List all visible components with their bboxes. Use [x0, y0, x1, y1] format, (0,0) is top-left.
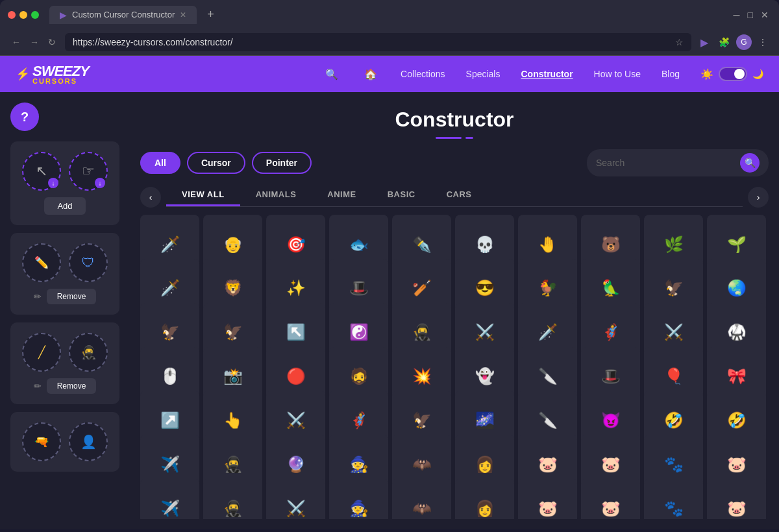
cursor-emoji: 🐷 — [538, 501, 558, 516]
filter-pointer-button[interactable]: Pointer — [252, 152, 312, 174]
cursor-emoji: 🤣 — [664, 413, 684, 428]
window-minimize-button[interactable]: ─ — [731, 7, 743, 23]
edit-icon-3[interactable]: ✏ — [34, 381, 42, 391]
cursor-emoji: 🐷 — [538, 457, 558, 472]
cursor-slot-3b[interactable]: 🥷 — [69, 333, 108, 372]
cursor-cell[interactable]: 👩 — [455, 479, 514, 519]
refresh-button[interactable]: ↻ — [44, 34, 60, 50]
logo[interactable]: ⚡ SWEEZY CURSORS — [16, 63, 89, 85]
toggle-knob — [734, 69, 745, 79]
cursor-emoji: 🧙 — [349, 501, 369, 516]
nav-how-to-use[interactable]: How to Use — [594, 69, 641, 79]
maximize-button[interactable] — [31, 11, 39, 19]
cursor-cell[interactable]: 🐷 — [707, 479, 766, 519]
search-nav-icon[interactable]: 🔍 — [323, 66, 341, 83]
cursor-set-2: ✏️ 🛡 ✏ Remove — [10, 233, 119, 315]
remove-button-2[interactable]: Remove — [47, 289, 97, 304]
new-tab-button[interactable]: + — [202, 5, 219, 24]
add-button-1[interactable]: Add — [44, 197, 85, 215]
home-nav-icon[interactable]: 🏠 — [362, 66, 380, 83]
back-button[interactable]: ← — [8, 34, 25, 50]
cat-tab-viewall[interactable]: VIEW ALL — [166, 184, 240, 206]
cursor-slot-2b[interactable]: 🛡 — [69, 243, 108, 282]
tab-title: Custom Cursor Constructor — [72, 10, 175, 19]
cursor-set-3: ╱ 🥷 ✏ Remove — [10, 322, 119, 404]
page-title: Constructor — [140, 108, 769, 132]
edit-icon-2[interactable]: ✏ — [34, 291, 42, 302]
cursor-cell[interactable]: 🥷 — [203, 479, 262, 519]
nav-constructor[interactable]: Constructor — [521, 69, 573, 79]
main-content: Constructor All Cursor Pointer 🔍 ‹ — [130, 92, 779, 529]
cursor-cell[interactable]: 🐷 — [518, 479, 577, 519]
cursor-slot-3a[interactable]: ╱ — [22, 333, 61, 372]
cursor-emoji: ✈️ — [160, 457, 180, 472]
tabs-wrapper: ‹ VIEW ALL ANIMALS ANIME BASIC CARS › — [140, 184, 769, 215]
cursor-emoji: 🗡️ — [160, 280, 180, 296]
cursor-set-tools-2: ✏ Remove — [34, 289, 97, 304]
cursor-emoji: 🐷 — [601, 501, 621, 516]
cursor-cell[interactable]: 🧙 — [329, 479, 388, 519]
minimize-button[interactable] — [19, 11, 27, 19]
tab-close-icon[interactable]: ✕ — [180, 10, 186, 19]
cursor-slot-2a[interactable]: ✏️ — [22, 243, 61, 282]
cursor-grid: 🗡️ 👴 🎯 🐟 ✒️ 💀 🤚 🐻 🌿 🌱 🗡️ 🦁 ✨ 🎩 🏏 😎 🐓 🦜 — [140, 215, 769, 519]
cat-tab-basic[interactable]: BASIC — [372, 184, 431, 206]
cursor-emoji: 🦅 — [412, 413, 432, 428]
cursor-slot-4b[interactable]: 👤 — [69, 422, 108, 461]
cursor-icon-3a: ╱ — [38, 345, 45, 359]
nav-blog[interactable]: Blog — [662, 69, 680, 79]
cursor-emoji: 🥷 — [412, 324, 432, 340]
nav-links: 🔍 🏠 Collections Specials Constructor How… — [323, 66, 763, 83]
profile-button[interactable]: G — [736, 34, 752, 50]
cursor-emoji: ✒️ — [412, 237, 432, 252]
star-icon[interactable]: ☆ — [675, 37, 684, 47]
cursor-slot-1a[interactable]: ↖ ↓ — [22, 152, 61, 191]
search-input[interactable] — [596, 158, 735, 168]
remove-button-3[interactable]: Remove — [47, 378, 97, 394]
cursor-cell[interactable]: 🐾 — [644, 479, 703, 519]
cat-tabs: VIEW ALL ANIMALS ANIME BASIC CARS — [166, 184, 743, 207]
cursor-emoji: 🤣 — [727, 413, 747, 428]
cursor-emoji: 🦅 — [223, 324, 243, 340]
cat-tab-anime[interactable]: ANIME — [312, 184, 371, 206]
theme-switch[interactable] — [719, 67, 747, 81]
cursor-emoji: 🦜 — [601, 280, 621, 296]
cursor-cell[interactable]: 🦇 — [392, 479, 451, 519]
close-button[interactable] — [8, 11, 16, 19]
forward-button[interactable]: → — [26, 34, 43, 50]
cursor-slots-1: ↖ ↓ ☞ ↓ — [22, 152, 108, 191]
browser-tab[interactable]: ▶ Custom Cursor Constructor ✕ — [49, 6, 197, 24]
cursor-set-4: 🔫 👤 — [10, 412, 119, 472]
cursor-slot-1b[interactable]: ☞ ↓ — [69, 152, 108, 191]
filter-cursor-button[interactable]: Cursor — [187, 152, 245, 174]
help-button[interactable]: ? — [10, 103, 39, 131]
search-submit-button[interactable]: 🔍 — [740, 153, 760, 173]
filter-all-button[interactable]: All — [140, 152, 180, 174]
menu-button[interactable]: ⋮ — [754, 35, 771, 49]
edge-logo-button[interactable]: ▶ — [697, 34, 712, 51]
cursor-slot-4a[interactable]: 🔫 — [22, 422, 61, 461]
cursor-cell[interactable]: ⚔️ — [266, 479, 325, 519]
window-close-button[interactable]: ✕ — [758, 7, 771, 23]
cursor-emoji: 🌌 — [475, 413, 495, 428]
filter-bar: All Cursor Pointer 🔍 — [140, 149, 769, 176]
cursor-emoji: 🤚 — [538, 237, 558, 252]
cursor-icon-2b: 🛡 — [82, 256, 95, 271]
cursor-emoji: 🎀 — [727, 369, 747, 384]
nav-collections[interactable]: Collections — [401, 69, 445, 79]
extensions-button[interactable]: 🧩 — [715, 35, 734, 49]
cat-prev-button[interactable]: ‹ — [140, 187, 161, 208]
page-header: Constructor — [140, 92, 769, 149]
cursor-emoji: 👴 — [223, 237, 243, 252]
theme-toggle[interactable]: ☀️ 🌙 — [700, 67, 763, 81]
cursor-cell[interactable]: 🐷 — [581, 479, 640, 519]
cat-next-button[interactable]: › — [748, 187, 769, 208]
nav-specials[interactable]: Specials — [466, 69, 501, 79]
cat-tab-cars[interactable]: CARS — [431, 184, 488, 206]
cursor-emoji: 🌿 — [664, 237, 684, 252]
cursor-cell[interactable]: ✈️ — [140, 479, 199, 519]
window-maximize-button[interactable]: □ — [745, 7, 756, 23]
address-input[interactable] — [73, 37, 675, 47]
cursor-emoji: 🗡️ — [538, 324, 558, 340]
cat-tab-animals[interactable]: ANIMALS — [240, 184, 312, 206]
